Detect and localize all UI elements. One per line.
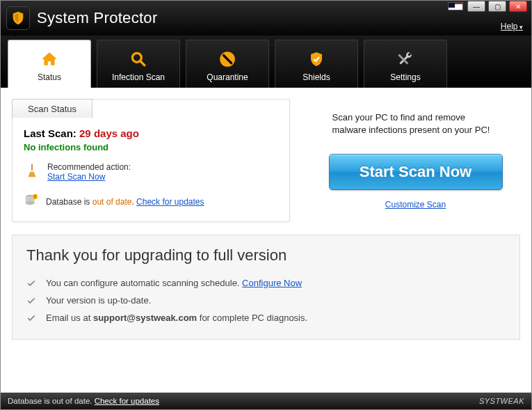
start-scan-button[interactable]: Start Scan Now — [329, 154, 503, 190]
upgrade-item-schedule: You can configure automatic scanning sch… — [26, 274, 506, 292]
tab-quarantine[interactable]: Quarantine — [186, 40, 269, 88]
shield-icon — [10, 10, 26, 26]
svg-point-0 — [132, 53, 141, 62]
svg-line-1 — [140, 61, 145, 66]
statusbar-text: Database is out of date. — [8, 397, 95, 405]
statusbar: Database is out of date. Check for updat… — [1, 393, 531, 409]
shield-icon — [306, 49, 327, 70]
last-scan-line: Last Scan: 29 days ago — [24, 127, 278, 139]
database-status: ! Database is out of date. Check for upd… — [24, 193, 278, 210]
tab-label: Status — [38, 72, 61, 82]
upgrade-line1a: You can configure automatic scanning sch… — [46, 278, 242, 288]
check-updates-link[interactable]: Check for updates — [136, 197, 204, 207]
support-email: support@systweak.com — [93, 313, 197, 323]
tab-label: Shields — [303, 72, 330, 82]
check-icon — [26, 278, 36, 288]
window-controls: — ▢ ✕ — [467, 1, 527, 12]
upgrade-line3c: for complete PC diagnosis. — [197, 313, 307, 323]
magnifier-icon — [128, 49, 149, 70]
scan-status-panel: Scan Status Last Scan: 29 days ago No in… — [12, 99, 290, 222]
tabbar: Status Infection Scan Quarantine Shields… — [1, 36, 531, 88]
tab-infection-scan[interactable]: Infection Scan — [97, 40, 180, 88]
configure-now-link[interactable]: Configure Now — [242, 278, 302, 288]
broom-icon — [24, 162, 40, 179]
titlebar: System Protector — ▢ ✕ Help — [1, 1, 531, 36]
app-title: System Protector — [37, 9, 158, 27]
check-icon — [26, 296, 36, 306]
upgrade-item-email: Email us at support@systweak.com for com… — [26, 309, 506, 326]
upgrade-item-uptodate: Your version is up-to-date. — [26, 292, 506, 309]
upgrade-panel: Thank you for upgrading to full version … — [12, 235, 520, 340]
tab-settings[interactable]: Settings — [364, 40, 447, 88]
app-logo — [6, 6, 30, 30]
tab-label: Settings — [390, 72, 420, 82]
upgrade-title: Thank you for upgrading to full version — [26, 246, 506, 265]
db-prefix: Database is — [46, 197, 92, 207]
tools-icon — [395, 49, 416, 70]
db-status: out of date — [92, 197, 132, 207]
no-infections-text: No infections found — [24, 142, 278, 152]
brand-label: SYSTWEAK — [479, 397, 524, 405]
tab-shields[interactable]: Shields — [275, 40, 358, 88]
home-icon — [39, 49, 60, 70]
tab-status[interactable]: Status — [8, 40, 91, 88]
recommended-action: Recommended action: Start Scan Now — [24, 162, 278, 182]
top-row: Scan Status Last Scan: 29 days ago No in… — [12, 99, 520, 222]
customize-scan-link[interactable]: Customize Scan — [385, 200, 446, 210]
tab-label: Infection Scan — [112, 72, 165, 82]
svg-text:!: ! — [35, 194, 36, 199]
last-scan-label: Last Scan: — [24, 127, 76, 139]
check-icon — [26, 313, 36, 323]
svg-rect-3 — [31, 164, 33, 171]
quarantine-icon — [217, 49, 238, 70]
help-menu[interactable]: Help — [501, 22, 523, 31]
content-area: Scan Status Last Scan: 29 days ago No in… — [1, 88, 531, 393]
minimize-button[interactable]: — — [467, 1, 485, 12]
upgrade-line3a: Email us at — [46, 313, 93, 323]
upgrade-line2: Your version is up-to-date. — [46, 295, 151, 306]
statusbar-check-updates[interactable]: Check for updates — [95, 397, 159, 405]
tab-label: Quarantine — [207, 72, 248, 82]
panel-tab-label: Scan Status — [12, 99, 92, 118]
scan-side-column: Scan your PC to find and remove malware … — [311, 99, 520, 222]
scan-description: Scan your PC to find and remove malware … — [332, 111, 499, 136]
database-warn-icon: ! — [24, 193, 39, 210]
last-scan-value: 29 days ago — [79, 127, 139, 139]
maximize-button[interactable]: ▢ — [488, 1, 506, 12]
flag-us-icon[interactable] — [448, 2, 463, 10]
start-scan-link[interactable]: Start Scan Now — [47, 172, 105, 182]
close-button[interactable]: ✕ — [509, 1, 527, 12]
svg-point-6 — [26, 201, 35, 205]
recommended-label: Recommended action: — [47, 162, 131, 172]
